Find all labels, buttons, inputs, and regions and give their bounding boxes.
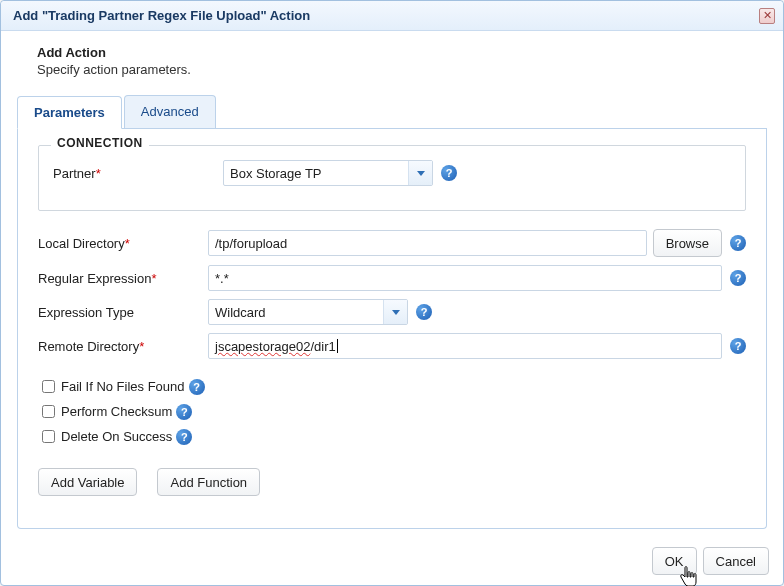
perform-checksum-checkbox[interactable] (42, 405, 55, 418)
titlebar: Add "Trading Partner Regex File Upload" … (1, 1, 783, 31)
dialog: Add "Trading Partner Regex File Upload" … (0, 0, 784, 586)
local-directory-label: Local Directory* (38, 236, 208, 251)
expression-type-value: Wildcard (215, 305, 266, 320)
help-icon[interactable]: ? (730, 338, 746, 354)
text-caret (337, 339, 338, 353)
add-function-button[interactable]: Add Function (157, 468, 260, 496)
ok-button[interactable]: OK (652, 547, 697, 575)
help-icon[interactable]: ? (730, 235, 746, 251)
required-asterisk: * (139, 339, 144, 354)
browse-button[interactable]: Browse (653, 229, 722, 257)
partner-value: Box Storage TP (230, 166, 322, 181)
partner-label: Partner* (53, 166, 223, 181)
help-icon[interactable]: ? (189, 379, 205, 395)
help-icon[interactable]: ? (416, 304, 432, 320)
remote-directory-input[interactable]: jscapestorage02/dir1 (208, 333, 722, 359)
add-variable-button[interactable]: Add Variable (38, 468, 137, 496)
help-icon[interactable]: ? (176, 429, 192, 445)
close-button[interactable]: ✕ (759, 8, 775, 24)
tab-body-parameters: CONNECTION Partner* Box Storage TP ? Loc… (17, 129, 767, 529)
required-asterisk: * (125, 236, 130, 251)
fail-if-no-files-checkbox[interactable] (42, 380, 55, 393)
help-icon[interactable]: ? (441, 165, 457, 181)
local-directory-input[interactable] (208, 230, 647, 256)
heading-title: Add Action (37, 45, 747, 60)
chevron-down-icon (383, 300, 407, 324)
cancel-button[interactable]: Cancel (703, 547, 769, 575)
tab-strip: Parameters Advanced (17, 95, 767, 129)
hand-cursor-icon (678, 566, 698, 586)
required-asterisk: * (96, 166, 101, 181)
regex-label: Regular Expression* (38, 271, 208, 286)
expression-type-select[interactable]: Wildcard (208, 299, 408, 325)
chevron-down-icon (408, 161, 432, 185)
regex-input[interactable] (208, 265, 722, 291)
fail-if-no-files-label: Fail If No Files Found (61, 379, 185, 394)
partner-select[interactable]: Box Storage TP (223, 160, 433, 186)
footer-buttons: OK Cancel (652, 547, 769, 575)
close-icon: ✕ (763, 10, 772, 21)
heading: Add Action Specify action parameters. (17, 43, 767, 89)
help-icon[interactable]: ? (176, 404, 192, 420)
dialog-title: Add "Trading Partner Regex File Upload" … (13, 8, 310, 23)
delete-on-success-checkbox[interactable] (42, 430, 55, 443)
required-asterisk: * (151, 271, 156, 286)
delete-on-success-label: Delete On Success (61, 429, 172, 444)
help-icon[interactable]: ? (730, 270, 746, 286)
connection-legend: CONNECTION (51, 136, 149, 150)
remote-directory-label: Remote Directory* (38, 339, 208, 354)
perform-checksum-label: Perform Checksum (61, 404, 172, 419)
connection-group: CONNECTION Partner* Box Storage TP ? (38, 145, 746, 211)
expression-type-label: Expression Type (38, 305, 208, 320)
tab-parameters[interactable]: Parameters (17, 96, 122, 129)
heading-subtitle: Specify action parameters. (37, 62, 747, 77)
tab-advanced[interactable]: Advanced (124, 95, 216, 128)
